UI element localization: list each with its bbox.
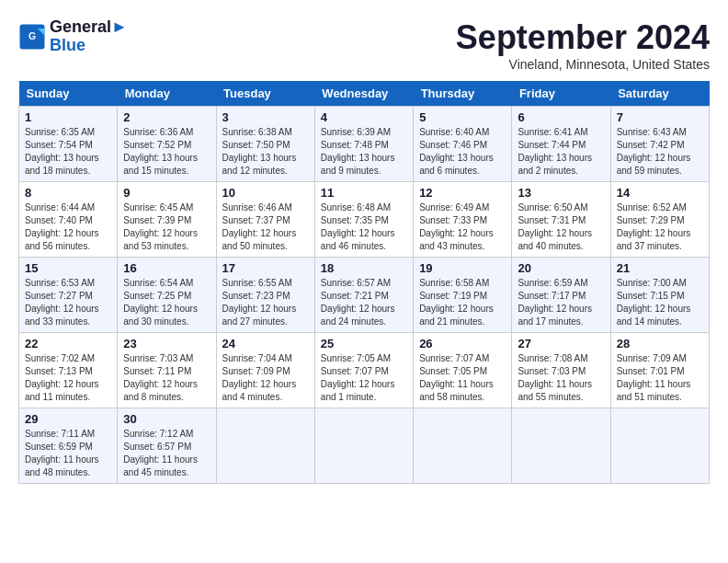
calendar-cell: 10 Sunrise: 6:46 AM Sunset: 7:37 PM Dayl…	[216, 182, 314, 258]
calendar-cell: 27 Sunrise: 7:08 AM Sunset: 7:03 PM Dayl…	[512, 333, 610, 408]
col-sunday: Sunday	[19, 81, 118, 107]
day-number: 4	[321, 110, 407, 124]
day-number: 20	[518, 261, 604, 275]
col-monday: Monday	[118, 81, 216, 107]
day-number: 16	[123, 261, 210, 275]
calendar-cell	[414, 408, 512, 484]
calendar-cell: 14 Sunrise: 6:52 AM Sunset: 7:29 PM Dayl…	[610, 182, 709, 258]
day-info: Sunrise: 7:12 AM Sunset: 6:57 PM Dayligh…	[123, 428, 210, 479]
day-info: Sunrise: 7:11 AM Sunset: 6:59 PM Dayligh…	[25, 428, 111, 479]
col-friday: Friday	[512, 81, 610, 107]
day-number: 6	[518, 110, 604, 124]
day-number: 3	[222, 110, 309, 124]
day-info: Sunrise: 6:43 AM Sunset: 7:42 PM Dayligh…	[617, 126, 703, 178]
day-info: Sunrise: 6:49 AM Sunset: 7:33 PM Dayligh…	[419, 201, 506, 253]
calendar-cell: 23 Sunrise: 7:03 AM Sunset: 7:11 PM Dayl…	[118, 333, 216, 408]
calendar-cell: 19 Sunrise: 6:58 AM Sunset: 7:19 PM Dayl…	[414, 258, 512, 333]
day-info: Sunrise: 6:54 AM Sunset: 7:25 PM Dayligh…	[123, 277, 210, 328]
calendar-cell: 28 Sunrise: 7:09 AM Sunset: 7:01 PM Dayl…	[610, 333, 709, 408]
day-number: 15	[25, 261, 111, 275]
day-info: Sunrise: 7:03 AM Sunset: 7:11 PM Dayligh…	[123, 352, 210, 404]
logo-text: General► Blue	[50, 18, 128, 55]
calendar-cell: 30 Sunrise: 7:12 AM Sunset: 6:57 PM Dayl…	[118, 408, 216, 484]
day-number: 24	[222, 337, 309, 350]
day-info: Sunrise: 6:53 AM Sunset: 7:27 PM Dayligh…	[25, 277, 111, 328]
logo-icon: G	[18, 23, 46, 51]
calendar-cell	[216, 408, 314, 484]
day-info: Sunrise: 7:04 AM Sunset: 7:09 PM Dayligh…	[222, 352, 309, 404]
day-number: 27	[518, 337, 604, 350]
calendar-cell: 21 Sunrise: 7:00 AM Sunset: 7:15 PM Dayl…	[610, 258, 709, 333]
calendar-cell: 4 Sunrise: 6:39 AM Sunset: 7:48 PM Dayli…	[314, 107, 413, 182]
location: Vineland, Minnesota, United States	[456, 57, 710, 72]
day-number: 8	[25, 186, 111, 200]
day-info: Sunrise: 6:44 AM Sunset: 7:40 PM Dayligh…	[25, 201, 111, 253]
day-number: 5	[419, 110, 506, 124]
day-number: 9	[123, 186, 210, 200]
svg-text:G: G	[28, 30, 36, 41]
logo: G General► Blue	[18, 18, 128, 55]
day-info: Sunrise: 7:09 AM Sunset: 7:01 PM Dayligh…	[617, 352, 703, 404]
day-info: Sunrise: 6:50 AM Sunset: 7:31 PM Dayligh…	[518, 201, 604, 253]
col-tuesday: Tuesday	[216, 81, 314, 107]
day-info: Sunrise: 6:46 AM Sunset: 7:37 PM Dayligh…	[222, 201, 309, 253]
day-info: Sunrise: 7:08 AM Sunset: 7:03 PM Dayligh…	[518, 352, 604, 404]
day-info: Sunrise: 6:36 AM Sunset: 7:52 PM Dayligh…	[123, 126, 210, 178]
calendar-cell: 24 Sunrise: 7:04 AM Sunset: 7:09 PM Dayl…	[216, 333, 314, 408]
day-number: 25	[321, 337, 407, 350]
calendar-cell: 12 Sunrise: 6:49 AM Sunset: 7:33 PM Dayl…	[414, 182, 512, 258]
day-number: 18	[321, 261, 407, 275]
col-saturday: Saturday	[610, 81, 709, 107]
calendar-cell: 7 Sunrise: 6:43 AM Sunset: 7:42 PM Dayli…	[610, 107, 709, 182]
calendar-cell: 5 Sunrise: 6:40 AM Sunset: 7:46 PM Dayli…	[414, 107, 512, 182]
calendar-week-5: 29 Sunrise: 7:11 AM Sunset: 6:59 PM Dayl…	[19, 408, 710, 484]
day-info: Sunrise: 6:58 AM Sunset: 7:19 PM Dayligh…	[419, 277, 506, 328]
calendar-cell	[512, 408, 610, 484]
day-number: 11	[321, 186, 407, 200]
day-info: Sunrise: 6:40 AM Sunset: 7:46 PM Dayligh…	[419, 126, 506, 178]
day-number: 2	[123, 110, 210, 124]
calendar-cell: 15 Sunrise: 6:53 AM Sunset: 7:27 PM Dayl…	[19, 258, 118, 333]
day-info: Sunrise: 7:07 AM Sunset: 7:05 PM Dayligh…	[419, 352, 506, 404]
calendar-cell: 20 Sunrise: 6:59 AM Sunset: 7:17 PM Dayl…	[512, 258, 610, 333]
calendar-cell: 11 Sunrise: 6:48 AM Sunset: 7:35 PM Dayl…	[314, 182, 413, 258]
day-info: Sunrise: 6:45 AM Sunset: 7:39 PM Dayligh…	[123, 201, 210, 253]
day-info: Sunrise: 6:35 AM Sunset: 7:54 PM Dayligh…	[25, 126, 111, 178]
calendar-cell: 8 Sunrise: 6:44 AM Sunset: 7:40 PM Dayli…	[19, 182, 118, 258]
calendar-cell: 1 Sunrise: 6:35 AM Sunset: 7:54 PM Dayli…	[19, 107, 118, 182]
day-info: Sunrise: 6:39 AM Sunset: 7:48 PM Dayligh…	[321, 126, 407, 178]
calendar-table: Sunday Monday Tuesday Wednesday Thursday…	[18, 81, 710, 484]
day-info: Sunrise: 6:38 AM Sunset: 7:50 PM Dayligh…	[222, 126, 309, 178]
day-number: 22	[25, 337, 111, 350]
calendar-cell: 13 Sunrise: 6:50 AM Sunset: 7:31 PM Dayl…	[512, 182, 610, 258]
calendar-cell: 18 Sunrise: 6:57 AM Sunset: 7:21 PM Dayl…	[314, 258, 413, 333]
calendar-cell	[610, 408, 709, 484]
calendar-cell: 2 Sunrise: 6:36 AM Sunset: 7:52 PM Dayli…	[118, 107, 216, 182]
calendar-week-3: 15 Sunrise: 6:53 AM Sunset: 7:27 PM Dayl…	[19, 258, 710, 333]
month-title: September 2024	[456, 18, 710, 57]
calendar-cell: 26 Sunrise: 7:07 AM Sunset: 7:05 PM Dayl…	[414, 333, 512, 408]
day-number: 10	[222, 186, 309, 200]
calendar-cell: 17 Sunrise: 6:55 AM Sunset: 7:23 PM Dayl…	[216, 258, 314, 333]
day-info: Sunrise: 7:00 AM Sunset: 7:15 PM Dayligh…	[617, 277, 703, 328]
calendar-header-row: Sunday Monday Tuesday Wednesday Thursday…	[19, 81, 710, 107]
calendar-week-1: 1 Sunrise: 6:35 AM Sunset: 7:54 PM Dayli…	[19, 107, 710, 182]
day-info: Sunrise: 6:52 AM Sunset: 7:29 PM Dayligh…	[617, 201, 703, 253]
day-number: 23	[123, 337, 210, 350]
col-wednesday: Wednesday	[314, 81, 413, 107]
page-header: G General► Blue September 2024 Vineland,…	[18, 18, 710, 72]
day-number: 28	[617, 337, 703, 350]
title-area: September 2024 Vineland, Minnesota, Unit…	[456, 18, 710, 72]
day-info: Sunrise: 6:41 AM Sunset: 7:44 PM Dayligh…	[518, 126, 604, 178]
day-number: 30	[123, 412, 210, 426]
day-info: Sunrise: 7:02 AM Sunset: 7:13 PM Dayligh…	[25, 352, 111, 404]
day-number: 1	[25, 110, 111, 124]
calendar-week-2: 8 Sunrise: 6:44 AM Sunset: 7:40 PM Dayli…	[19, 182, 710, 258]
day-number: 13	[518, 186, 604, 200]
day-info: Sunrise: 6:48 AM Sunset: 7:35 PM Dayligh…	[321, 201, 407, 253]
day-number: 14	[617, 186, 703, 200]
day-number: 7	[617, 110, 703, 124]
calendar-cell: 16 Sunrise: 6:54 AM Sunset: 7:25 PM Dayl…	[118, 258, 216, 333]
col-thursday: Thursday	[414, 81, 512, 107]
day-info: Sunrise: 7:05 AM Sunset: 7:07 PM Dayligh…	[321, 352, 407, 404]
